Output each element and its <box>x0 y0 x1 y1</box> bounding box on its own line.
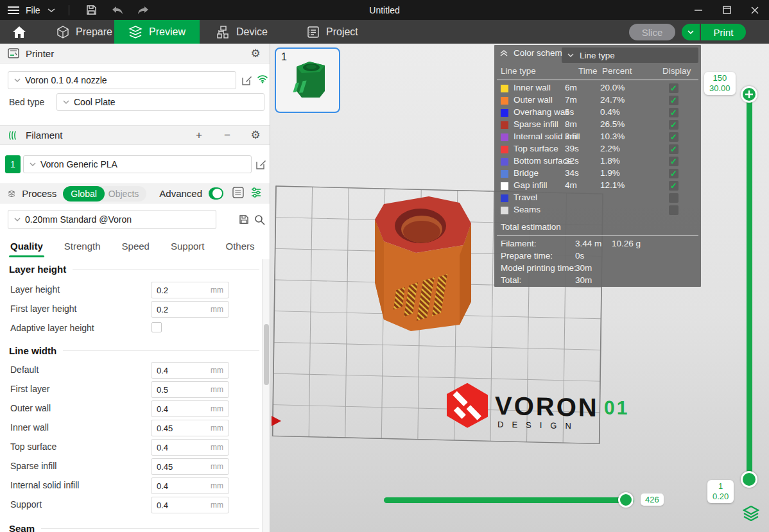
tab-preview[interactable]: Preview <box>114 20 200 44</box>
printer-section-header: Printer ⚙ <box>0 44 270 64</box>
display-checkbox[interactable]: ✓ <box>669 157 678 166</box>
filament-settings-gear-icon[interactable]: ⚙ <box>249 130 262 141</box>
chevron-down-icon <box>29 162 37 167</box>
maximize-button[interactable] <box>713 0 741 20</box>
printer-settings-gear-icon[interactable]: ⚙ <box>249 48 262 59</box>
lw-top-surface-input[interactable]: 0.4mm <box>151 439 229 456</box>
tab-project[interactable]: Project <box>307 20 358 44</box>
tab-device[interactable]: Device <box>217 20 268 44</box>
wifi-icon[interactable] <box>257 74 268 86</box>
scrollbar-thumb[interactable] <box>264 324 269 385</box>
add-filament-button[interactable]: + <box>193 130 205 141</box>
filament-select[interactable]: Voron Generic PLA <box>23 155 252 173</box>
display-checkbox[interactable] <box>669 193 678 203</box>
menu-icon[interactable] <box>8 6 19 14</box>
undo-icon[interactable] <box>108 3 127 17</box>
tab-prepare[interactable]: Prepare <box>56 20 112 44</box>
filament-slot-badge[interactable]: 1 <box>5 155 21 173</box>
print-button[interactable]: Print <box>701 24 746 40</box>
lw-outer-wall-input[interactable]: 0.4mm <box>151 400 229 417</box>
print-dropdown-button[interactable] <box>682 24 700 40</box>
chevron-down-icon <box>567 53 575 58</box>
advanced-label: Advanced <box>159 188 202 199</box>
home-button[interactable] <box>8 20 31 44</box>
file-menu[interactable]: File <box>26 5 40 15</box>
legend-row: Gap infill4m12.1%✓ <box>494 180 701 193</box>
edit-filament-icon[interactable] <box>256 159 266 172</box>
sidebar-scrollbar[interactable] <box>262 259 270 532</box>
lw-default-label: Default <box>10 365 39 375</box>
remove-filament-button[interactable]: − <box>221 130 234 141</box>
collapse-icon[interactable] <box>499 49 508 57</box>
chevron-down-icon <box>13 217 21 222</box>
display-checkbox[interactable]: ✓ <box>669 181 678 191</box>
legend-row: Top surface39s2.2%✓ <box>494 144 701 156</box>
color-chip <box>501 146 508 153</box>
segment-slider-track[interactable] <box>384 497 634 503</box>
layer-slider-top-handle[interactable] <box>741 86 757 103</box>
layer-height-input[interactable]: 0.2mm <box>151 282 229 298</box>
legend-row: Inner wall6m20.0%✓ <box>494 83 701 95</box>
legend-row: Internal solid infill3m10.3%✓ <box>494 132 701 144</box>
display-checkbox[interactable]: ✓ <box>669 132 678 142</box>
tab-support[interactable]: Support <box>171 241 205 252</box>
estimation-row: Total:30m <box>494 275 701 287</box>
plus-icon <box>743 88 756 101</box>
layer-slider-bottom-handle[interactable] <box>741 471 757 488</box>
adaptive-layer-height-checkbox[interactable] <box>151 322 162 332</box>
display-checkbox[interactable]: ✓ <box>669 169 678 178</box>
segment-slider-handle[interactable] <box>618 492 634 508</box>
first-layer-height-label: First layer height <box>10 304 76 314</box>
objects-option[interactable]: Objects <box>105 189 146 199</box>
display-checkbox[interactable]: ✓ <box>669 108 678 117</box>
preset-list-icon[interactable] <box>232 187 244 200</box>
tab-strength[interactable]: Strength <box>64 241 101 252</box>
display-checkbox[interactable]: ✓ <box>669 144 678 154</box>
display-checkbox[interactable]: ✓ <box>669 120 678 130</box>
lw-internal-solid-input[interactable]: 0.4mm <box>151 477 229 494</box>
layer-slider-track[interactable] <box>747 92 752 483</box>
lw-sparse-infill-input[interactable]: 0.45mm <box>151 458 229 475</box>
tune-params-icon[interactable] <box>250 187 262 200</box>
layers-view-icon[interactable] <box>743 506 759 524</box>
lw-support-input[interactable]: 0.4mm <box>151 497 229 513</box>
view-mode-select[interactable]: Line type <box>562 47 698 63</box>
tab-quality[interactable]: Quality <box>10 241 43 252</box>
slice-button[interactable]: Slice <box>629 24 675 40</box>
color-chip <box>501 158 508 166</box>
lw-default-input[interactable]: 0.4mm <box>151 362 229 379</box>
first-layer-height-input[interactable]: 0.2mm <box>151 301 229 318</box>
printer-select[interactable]: Voron 0.1 0.4 nozzle <box>8 71 236 89</box>
process-preset-select[interactable]: 0.20mm Standard @Voron <box>8 210 216 229</box>
global-option[interactable]: Global <box>63 186 104 202</box>
layer-slider-top-tooltip: 15030.00 <box>704 72 736 95</box>
legend-row: Outer wall7m24.7%✓ <box>494 95 701 107</box>
lw-support-label: Support <box>10 499 42 510</box>
preview-viewport[interactable]: VORON DESIGN 01 1 <box>270 44 769 532</box>
sliced-model[interactable] <box>375 196 471 331</box>
redo-icon[interactable] <box>134 3 153 17</box>
tab-speed[interactable]: Speed <box>122 241 150 252</box>
bed-type-select[interactable]: Cool Plate <box>56 93 264 111</box>
tab-others[interactable]: Others <box>226 241 255 252</box>
close-button[interactable] <box>741 0 769 20</box>
plate-thumbnail[interactable]: 1 <box>275 47 340 113</box>
svg-text:DESIGN: DESIGN <box>497 420 580 431</box>
color-chip <box>501 207 508 214</box>
save-preset-icon[interactable] <box>239 214 249 227</box>
display-checkbox[interactable]: ✓ <box>669 83 678 93</box>
edit-printer-icon[interactable] <box>242 75 252 88</box>
advanced-toggle[interactable] <box>209 187 223 200</box>
display-checkbox[interactable] <box>669 205 678 215</box>
legend-row: Seams <box>494 205 701 217</box>
chevron-down-icon[interactable] <box>47 8 56 13</box>
save-icon[interactable] <box>82 3 101 17</box>
lw-inner-wall-input[interactable]: 0.45mm <box>151 420 229 436</box>
display-checkbox[interactable]: ✓ <box>669 96 678 105</box>
color-chip <box>501 194 508 202</box>
bed-type-label: Bed type <box>9 97 44 107</box>
minimize-button[interactable] <box>684 0 713 20</box>
lw-first-layer-input[interactable]: 0.5mm <box>151 381 229 398</box>
global-objects-toggle[interactable]: Global Objects <box>63 186 146 202</box>
search-icon[interactable] <box>254 214 265 228</box>
